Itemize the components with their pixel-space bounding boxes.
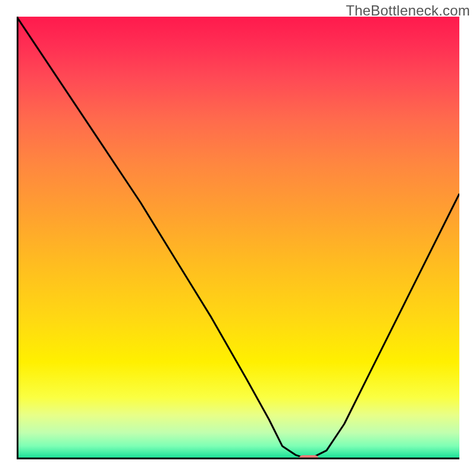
plot-area [17, 17, 459, 459]
curve-layer [17, 17, 459, 459]
optimum-marker [299, 455, 319, 459]
bottleneck-chart: TheBottleneck.com [0, 0, 476, 476]
bottleneck-curve-path [17, 17, 459, 459]
watermark-text: TheBottleneck.com [346, 2, 470, 19]
